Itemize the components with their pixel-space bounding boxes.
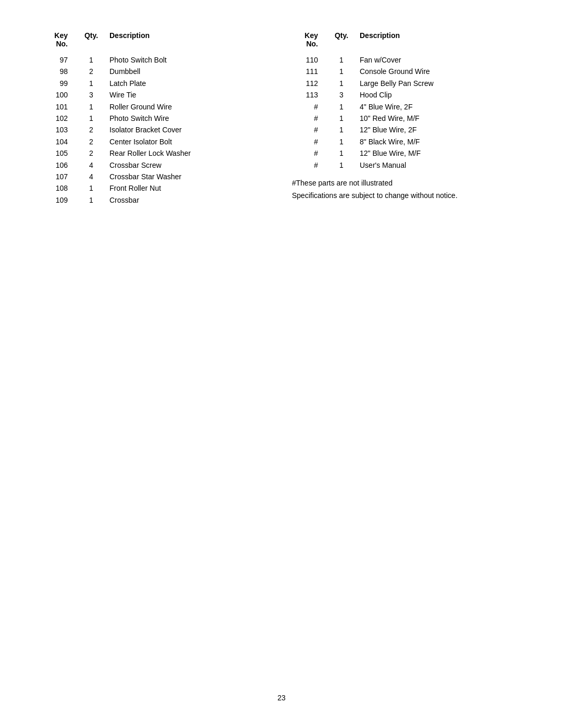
- table-row: 98 2 Dumbbell: [42, 66, 271, 77]
- table-row: 110 1 Fan w/Cover: [292, 54, 521, 66]
- cell-keyno: #: [292, 101, 328, 113]
- cell-desc: Isolator Bracket Cover: [104, 124, 271, 135]
- table-row: # 1 12" Blue Wire, M/F: [292, 147, 521, 159]
- cell-desc: Crossbar: [104, 194, 271, 206]
- cell-qty: 2: [78, 147, 104, 159]
- cell-qty: 4: [78, 159, 104, 171]
- left-header-desc: Description: [104, 31, 271, 48]
- cell-keyno: 110: [292, 54, 328, 66]
- cell-keyno: 99: [42, 78, 78, 89]
- cell-keyno: 103: [42, 124, 78, 135]
- cell-qty: 1: [328, 66, 354, 77]
- right-table-header: Key No. Qty. Description: [292, 31, 521, 49]
- cell-desc: 12" Blue Wire, M/F: [354, 147, 521, 159]
- cell-qty: 1: [328, 54, 354, 66]
- table-row: # 1 12" Blue Wire, 2F: [292, 124, 521, 135]
- table-row: 102 1 Photo Switch Wire: [42, 113, 271, 124]
- cell-desc: Crossbar Screw: [104, 159, 271, 171]
- cell-keyno: 105: [42, 147, 78, 159]
- cell-qty: 2: [78, 66, 104, 77]
- right-header-qty: Qty.: [328, 31, 354, 48]
- cell-desc: Photo Switch Wire: [104, 113, 271, 124]
- table-row: 97 1 Photo Switch Bolt: [42, 54, 271, 66]
- cell-qty: 1: [328, 159, 354, 171]
- cell-qty: 3: [78, 89, 104, 101]
- cell-qty: 2: [78, 136, 104, 147]
- cell-desc: Rear Roller Lock Washer: [104, 147, 271, 159]
- cell-qty: 1: [328, 136, 354, 147]
- cell-desc: Dumbbell: [104, 66, 271, 77]
- cell-desc: Crossbar Star Washer: [104, 171, 271, 182]
- cell-keyno: 98: [42, 66, 78, 77]
- table-row: 113 3 Hood Clip: [292, 89, 521, 101]
- cell-desc: Center Isolator Bolt: [104, 136, 271, 147]
- left-header-qty: Qty.: [78, 31, 104, 48]
- cell-keyno: 108: [42, 182, 78, 194]
- cell-desc: Roller Ground Wire: [104, 101, 271, 113]
- cell-qty: 1: [78, 54, 104, 66]
- cell-qty: 1: [328, 113, 354, 124]
- table-row: 100 3 Wire Tie: [42, 89, 271, 101]
- cell-desc: Front Roller Nut: [104, 182, 271, 194]
- right-table-body: 110 1 Fan w/Cover 111 1 Console Ground W…: [292, 54, 521, 171]
- cell-qty: 2: [78, 124, 104, 135]
- table-row: # 1 4" Blue Wire, 2F: [292, 101, 521, 113]
- cell-desc: Console Ground Wire: [354, 66, 521, 77]
- notes-area: #These parts are not illustratedSpecific…: [292, 177, 521, 202]
- cell-keyno: 102: [42, 113, 78, 124]
- cell-qty: 1: [78, 78, 104, 89]
- cell-desc: Latch Plate: [104, 78, 271, 89]
- cell-keyno: 104: [42, 136, 78, 147]
- cell-keyno: 97: [42, 54, 78, 66]
- cell-keyno: #: [292, 113, 328, 124]
- cell-desc: Fan w/Cover: [354, 54, 521, 66]
- cell-qty: 1: [78, 101, 104, 113]
- cell-qty: 1: [328, 147, 354, 159]
- cell-qty: 3: [328, 89, 354, 101]
- notes-content: #These parts are not illustratedSpecific…: [292, 177, 521, 202]
- cell-keyno: #: [292, 147, 328, 159]
- left-table-body: 97 1 Photo Switch Bolt 98 2 Dumbbell 99 …: [42, 54, 271, 206]
- note-line: Specifications are subject to change wit…: [292, 190, 521, 202]
- cell-keyno: 101: [42, 101, 78, 113]
- table-row: 105 2 Rear Roller Lock Washer: [42, 147, 271, 159]
- table-row: 109 1 Crossbar: [42, 194, 271, 206]
- table-row: 104 2 Center Isolator Bolt: [42, 136, 271, 147]
- cell-keyno: 111: [292, 66, 328, 77]
- cell-qty: 1: [328, 78, 354, 89]
- cell-desc: Hood Clip: [354, 89, 521, 101]
- table-row: # 1 User's Manual: [292, 159, 521, 171]
- right-column: Key No. Qty. Description 110 1 Fan w/Cov…: [292, 31, 521, 206]
- table-row: 108 1 Front Roller Nut: [42, 182, 271, 194]
- cell-desc: 12" Blue Wire, 2F: [354, 124, 521, 135]
- table-row: 107 4 Crossbar Star Washer: [42, 171, 271, 182]
- cell-desc: Large Belly Pan Screw: [354, 78, 521, 89]
- table-row: 106 4 Crossbar Screw: [42, 159, 271, 171]
- cell-keyno: 112: [292, 78, 328, 89]
- cell-desc: Wire Tie: [104, 89, 271, 101]
- table-row: 112 1 Large Belly Pan Screw: [292, 78, 521, 89]
- note-line: #These parts are not illustrated: [292, 177, 521, 190]
- content-area: Key No. Qty. Description 97 1 Photo Swit…: [42, 31, 521, 206]
- cell-qty: 4: [78, 171, 104, 182]
- cell-qty: 1: [78, 182, 104, 194]
- cell-desc: User's Manual: [354, 159, 521, 171]
- page-number: 23: [277, 694, 286, 702]
- cell-qty: 1: [328, 101, 354, 113]
- table-row: 99 1 Latch Plate: [42, 78, 271, 89]
- cell-keyno: #: [292, 124, 328, 135]
- cell-desc: 8" Black Wire, M/F: [354, 136, 521, 147]
- cell-qty: 1: [78, 113, 104, 124]
- right-header-keyno: Key No.: [292, 31, 328, 48]
- cell-desc: Photo Switch Bolt: [104, 54, 271, 66]
- cell-keyno: #: [292, 136, 328, 147]
- table-row: 111 1 Console Ground Wire: [292, 66, 521, 77]
- right-header-desc: Description: [354, 31, 521, 48]
- table-row: # 1 10" Red Wire, M/F: [292, 113, 521, 124]
- cell-qty: 1: [328, 124, 354, 135]
- table-row: 101 1 Roller Ground Wire: [42, 101, 271, 113]
- table-row: 103 2 Isolator Bracket Cover: [42, 124, 271, 135]
- cell-qty: 1: [78, 194, 104, 206]
- cell-keyno: 109: [42, 194, 78, 206]
- cell-desc: 10" Red Wire, M/F: [354, 113, 521, 124]
